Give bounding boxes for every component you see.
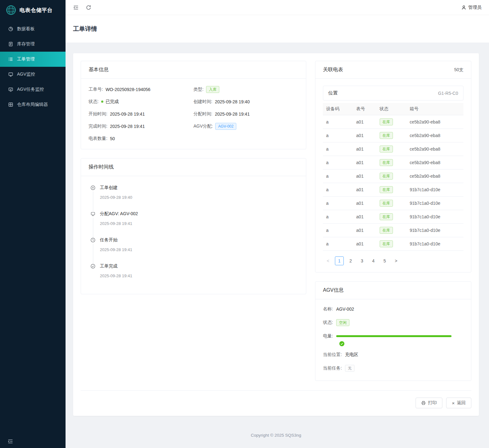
timeline-event: 任务开始 2025-09-28 19:41 — [90, 237, 298, 263]
copyright-text: Copyright © 2025 SQS3ng — [73, 416, 479, 444]
field-value: 50 — [110, 136, 115, 141]
type-tag: 入库 — [206, 86, 219, 93]
sidebar-item-label: 仓库布局编辑器 — [17, 102, 48, 107]
status-tag: 在库 — [380, 186, 393, 193]
event-title: 分配AGV: AGV-002 — [100, 211, 298, 217]
table-row: a a01 在库 ce5b2a90-eba8 — [323, 169, 463, 183]
agv-status-row: 状态: 空闲 — [323, 319, 463, 326]
table-row: a a01 在库 91b7c1a0-d10e — [323, 183, 463, 197]
cell-device: a — [323, 169, 353, 183]
field-order-no: 工单号: WO-20250928-194056 — [89, 86, 193, 93]
pagination-page-4[interactable]: 4 — [369, 256, 378, 265]
field-finished: 完成时间: 2025-09-28 19:41 — [89, 123, 193, 130]
cell-device: a — [323, 129, 353, 142]
field-value: 2025-09-28 19:40 — [215, 99, 250, 104]
cell-meter: a01 — [353, 156, 377, 169]
cell-box: 91b7c1a0-d10e — [406, 237, 463, 251]
field-type: 类型: 入库 — [193, 86, 298, 93]
fold-menu-icon[interactable] — [73, 5, 79, 10]
globe-logo-icon — [6, 5, 16, 15]
agv-name: AGV-002 — [336, 307, 354, 312]
pagination-page-1[interactable]: 1 — [335, 256, 344, 265]
field-label: 状态: — [323, 320, 333, 325]
main-area: 管理员 工单详情 基本信息 — [66, 0, 489, 448]
page-title: 工单详情 — [73, 25, 97, 33]
list-icon — [8, 57, 13, 62]
sidebar-item-label: AGV监控 — [17, 72, 35, 77]
cell-status: 在库 — [377, 224, 407, 237]
cell-device: a — [323, 142, 353, 156]
timeline-event: 工单完成 2025-09-28 19:41 — [90, 263, 298, 280]
field-agv: AGV分配: AGV-002 — [193, 123, 298, 130]
event-title: 工单创建 — [100, 185, 298, 191]
cell-device: a — [323, 156, 353, 169]
agv-location: 充电区 — [345, 352, 358, 358]
field-label: 电量: — [323, 333, 333, 339]
table-row: a a01 在库 91b7c1a0-d10e — [323, 197, 463, 210]
field-value: WO-20250928-194056 — [106, 87, 150, 92]
table-row: a a01 在库 91b7c1a0-d10e — [323, 210, 463, 224]
status-tag: 在库 — [380, 200, 393, 207]
field-label: 完成时间: — [89, 123, 107, 129]
cell-meter: a01 — [353, 115, 377, 129]
meters-panel: 关联电表 50支 位置 G1-R5-C0 — [315, 61, 471, 273]
app-root: 电表仓储平台 数据看板 库存管理 工单管理 — [0, 0, 489, 448]
sidebar-item-label: 工单管理 — [17, 56, 35, 62]
cell-status: 在库 — [377, 237, 407, 251]
battery-progress — [336, 335, 452, 337]
sidebar-item-workorders[interactable]: 工单管理 — [0, 52, 66, 67]
cell-status: 在库 — [377, 210, 407, 224]
location-collapse-header[interactable]: 位置 G1-R5-C0 — [323, 86, 463, 101]
sidebar-collapse-icon[interactable] — [8, 439, 13, 444]
pagination-page-2[interactable]: 2 — [346, 256, 355, 265]
sidebar-item-layout-editor[interactable]: 仓库布局编辑器 — [0, 97, 66, 112]
cell-status: 在库 — [377, 129, 407, 142]
cell-status: 在库 — [377, 142, 407, 156]
detail-actions: 打印 × 返回 — [81, 390, 471, 408]
sidebar-item-inventory[interactable]: 库存管理 — [0, 37, 66, 52]
event-time: 2025-09-28 19:41 — [100, 247, 298, 252]
agv-location-row: 当前位置: 充电区 — [323, 352, 463, 358]
user-menu[interactable]: 管理员 — [461, 5, 481, 10]
work-order-detail-card: 基本信息 工单号: WO-20250928-194056 类型: — [73, 53, 479, 416]
monitor-icon — [8, 72, 13, 77]
field-status: 状态: 已完成 — [89, 98, 193, 105]
cell-status: 在库 — [377, 169, 407, 183]
table-row: a a01 在库 ce5b2a90-eba8 — [323, 115, 463, 129]
sidebar-item-agv-monitor[interactable]: AGV监控 — [0, 67, 66, 82]
cell-status: 在库 — [377, 197, 407, 210]
print-button[interactable]: 打印 — [416, 398, 442, 408]
field-label: 当前位置: — [323, 352, 342, 358]
back-button[interactable]: × 返回 — [446, 398, 471, 408]
monitor-check-icon — [8, 87, 13, 92]
timeline-event: 分配AGV: AGV-002 2025-09-28 19:41 — [90, 211, 298, 237]
sidebar-item-label: 库存管理 — [17, 41, 35, 47]
battery-progress-fill — [336, 335, 452, 337]
sidebar-item-label: AGV任务监控 — [17, 87, 44, 92]
sidebar-item-dashboard[interactable]: 数据看板 — [0, 21, 66, 37]
cell-device: a — [323, 210, 353, 224]
agv-info-title: AGV信息 — [315, 282, 471, 299]
cell-status: 在库 — [377, 115, 407, 129]
sidebar-item-agv-task-monitor[interactable]: AGV任务监控 — [0, 82, 66, 97]
cell-device: a — [323, 224, 353, 237]
dashboard-icon — [8, 26, 13, 32]
pagination-page-5[interactable]: 5 — [380, 256, 389, 265]
cell-meter: a01 — [353, 197, 377, 210]
cell-box: ce5b2a90-eba8 — [406, 142, 463, 156]
field-label: 当前任务: — [323, 365, 342, 371]
cell-device: a — [323, 115, 353, 129]
event-time: 2025-09-28 19:41 — [100, 221, 298, 226]
field-value: 2025-09-28 19:41 — [110, 112, 145, 117]
pagination-prev[interactable]: < — [324, 256, 332, 265]
user-icon — [461, 5, 466, 10]
status-tag: 在库 — [380, 227, 393, 234]
agv-status-tag: 空闲 — [336, 319, 349, 326]
pagination-page-3[interactable]: 3 — [358, 256, 366, 265]
cell-box: 91b7c1a0-d10e — [406, 224, 463, 237]
cell-device: a — [323, 197, 353, 210]
agv-tag-link[interactable]: AGV-002 — [215, 123, 236, 130]
cell-box: ce5b2a90-eba8 — [406, 129, 463, 142]
refresh-icon[interactable] — [86, 5, 91, 10]
pagination-next[interactable]: > — [392, 256, 400, 265]
